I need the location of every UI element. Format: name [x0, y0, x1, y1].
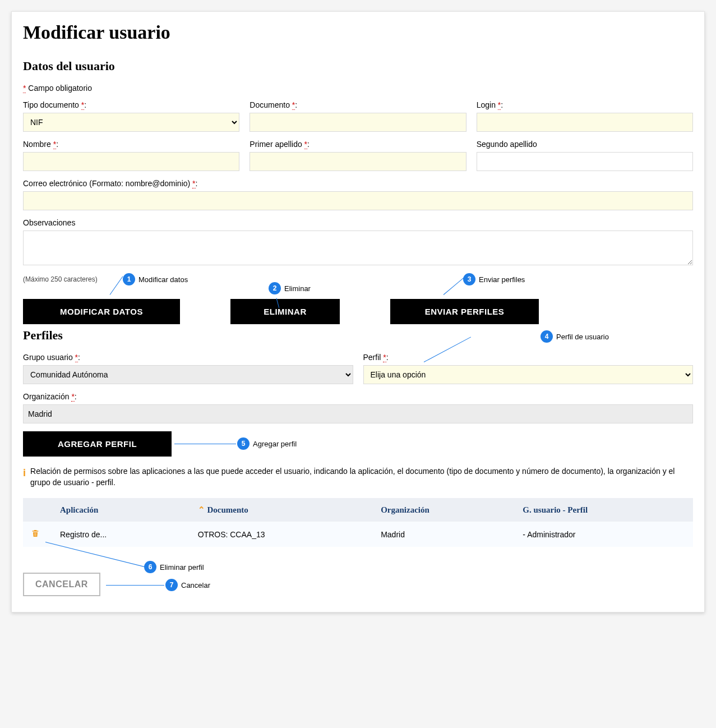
correo-input[interactable] — [23, 191, 693, 210]
segundo-apellido-input[interactable] — [477, 152, 693, 171]
label-login: Login *: — [477, 100, 693, 109]
info-text: Relación de permisos sobre las aplicacio… — [30, 466, 693, 488]
documento-input[interactable] — [250, 113, 466, 132]
label-correo: Correo electrónico (Formato: nombre@domi… — [23, 179, 693, 188]
table-row: Registro de... OTROS: CCAA_13 Madrid - A… — [23, 522, 693, 547]
login-input[interactable] — [477, 113, 693, 132]
enviar-perfiles-button[interactable]: ENVIAR PERFILES — [390, 299, 539, 324]
nombre-input[interactable] — [23, 152, 239, 171]
cell-organizacion: Madrid — [373, 522, 515, 547]
max-chars-hint: (Máximo 250 caracteres) — [23, 275, 98, 283]
callout-label-5: Agregar perfil — [253, 440, 297, 448]
label-observaciones: Observaciones — [23, 218, 693, 227]
label-documento: Documento *: — [250, 100, 466, 109]
callout-badge-7: 7 — [165, 579, 178, 591]
grupo-usuario-select[interactable]: Comunidad Autónoma — [23, 365, 353, 384]
agregar-perfil-button[interactable]: AGREGAR PERFIL — [23, 431, 172, 457]
perfil-select[interactable]: Elija una opción — [363, 365, 694, 384]
label-tipo-documento: Tipo documento *: — [23, 100, 239, 109]
th-documento[interactable]: ⌃ Documento — [190, 498, 373, 522]
tipo-documento-select[interactable]: NIF — [23, 113, 239, 132]
label-perfil: Perfil *: — [363, 353, 694, 362]
page-title: Modificar usuario — [23, 22, 693, 43]
callout-badge-1: 1 — [123, 273, 135, 285]
organizacion-input[interactable] — [23, 404, 693, 423]
trash-icon[interactable] — [31, 528, 40, 538]
section-user-data: Datos del usuario — [23, 59, 693, 73]
th-organizacion[interactable]: Organización — [373, 498, 515, 522]
info-icon: i — [23, 466, 26, 480]
label-organizacion: Organización *: — [23, 392, 693, 401]
th-gusuario-perfil[interactable]: G. usuario - Perfil — [515, 498, 693, 522]
label-grupo-usuario: Grupo usuario *: — [23, 353, 353, 362]
primer-apellido-input[interactable] — [250, 152, 466, 171]
modificar-datos-button[interactable]: MODIFICAR DATOS — [23, 299, 180, 324]
callout-badge-5: 5 — [237, 437, 250, 450]
callout-label-3: Enviar perfiles — [479, 275, 525, 284]
callout-badge-3: 3 — [463, 273, 475, 285]
cell-aplicacion: Registro de... — [52, 522, 190, 547]
callout-label-2: Eliminar — [284, 284, 311, 293]
required-hint: * Campo obligatorio — [23, 84, 693, 93]
cancelar-button[interactable]: CANCELAR — [23, 573, 100, 596]
callout-badge-6: 6 — [144, 561, 156, 573]
section-profiles: Perfiles — [23, 328, 693, 343]
label-primer-apellido: Primer apellido *: — [250, 140, 466, 149]
callout-badge-2: 2 — [269, 282, 281, 294]
th-aplicacion[interactable]: Aplicación — [52, 498, 190, 522]
label-nombre: Nombre *: — [23, 140, 239, 149]
cell-gusuario-perfil: - Administrador — [515, 522, 693, 547]
callout-label-6: Eliminar perfil — [160, 563, 204, 572]
cell-documento: OTROS: CCAA_13 — [190, 522, 373, 547]
callout-label-1: Modificar datos — [138, 275, 188, 284]
label-segundo-apellido: Segundo apellido — [477, 140, 693, 149]
eliminar-button[interactable]: ELIMINAR — [230, 299, 340, 324]
callout-label-7: Cancelar — [181, 581, 210, 589]
permissions-table: Aplicación ⌃ Documento Organización G. u… — [23, 498, 693, 547]
observaciones-textarea[interactable] — [23, 231, 693, 265]
sort-icon: ⌃ — [198, 505, 205, 514]
